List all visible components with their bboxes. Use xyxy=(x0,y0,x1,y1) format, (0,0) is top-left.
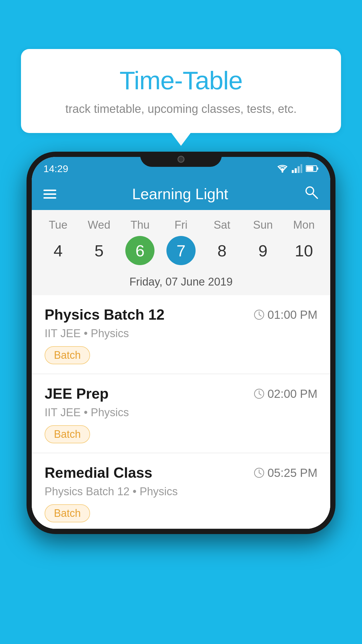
item-time: 05:25 PM xyxy=(254,466,317,480)
menu-icon[interactable] xyxy=(43,190,56,199)
day-number: 7 xyxy=(166,236,196,265)
svg-rect-7 xyxy=(306,166,313,171)
batch-tag: Batch xyxy=(45,504,90,522)
app-bar: Learning Light xyxy=(32,178,330,210)
svg-point-0 xyxy=(282,171,283,173)
batch-tag: Batch xyxy=(45,425,90,443)
calendar-day-sun[interactable]: Sun9 xyxy=(244,219,282,265)
phone-screen: 14:29 xyxy=(32,157,330,529)
day-number: 4 xyxy=(43,236,73,265)
day-name: Sat xyxy=(214,219,230,231)
item-time: 02:00 PM xyxy=(254,387,317,400)
day-name: Mon xyxy=(293,219,315,231)
day-number: 6 xyxy=(125,236,154,265)
signal-icon xyxy=(292,164,302,173)
day-number: 10 xyxy=(289,236,319,265)
svg-line-9 xyxy=(313,194,317,198)
clock-icon xyxy=(254,309,265,320)
item-header: Remedial Class 05:25 PM xyxy=(45,464,317,481)
day-name: Tue xyxy=(49,219,67,231)
schedule-item[interactable]: Physics Batch 12 01:00 PM IIT JEE • Phys… xyxy=(32,295,330,374)
time-text: 02:00 PM xyxy=(268,387,317,400)
calendar-day-mon[interactable]: Mon10 xyxy=(285,219,323,265)
item-header: JEE Prep 02:00 PM xyxy=(45,385,317,402)
schedule-list: Physics Batch 12 01:00 PM IIT JEE • Phys… xyxy=(32,295,330,529)
day-name: Sun xyxy=(253,219,273,231)
status-icons xyxy=(277,164,319,173)
calendar-day-sat[interactable]: Sat8 xyxy=(203,219,241,265)
svg-rect-2 xyxy=(295,168,297,173)
phone-notch xyxy=(140,152,222,167)
item-title: JEE Prep xyxy=(45,385,109,402)
day-name: Thu xyxy=(131,219,150,231)
calendar-section: Tue4Wed5Thu6Fri7Sat8Sun9Mon10 Friday, 07… xyxy=(32,210,330,295)
svg-line-15 xyxy=(259,394,261,395)
calendar-day-tue[interactable]: Tue4 xyxy=(39,219,77,265)
svg-rect-3 xyxy=(298,166,300,173)
clock-icon xyxy=(254,388,265,399)
day-number: 8 xyxy=(208,236,237,265)
batch-tag: Batch xyxy=(45,346,90,364)
day-number: 9 xyxy=(248,236,277,265)
calendar-day-wed[interactable]: Wed5 xyxy=(80,219,118,265)
time-text: 05:25 PM xyxy=(268,466,317,480)
svg-rect-1 xyxy=(292,170,294,173)
selected-date-label: Friday, 07 June 2019 xyxy=(32,270,330,295)
svg-rect-6 xyxy=(317,167,318,170)
time-text: 01:00 PM xyxy=(268,308,317,321)
clock-icon xyxy=(254,467,265,478)
calendar-day-fri[interactable]: Fri7 xyxy=(162,219,200,265)
schedule-item[interactable]: JEE Prep 02:00 PM IIT JEE • Physics Batc… xyxy=(32,374,330,453)
item-subtitle: IIT JEE • Physics xyxy=(45,406,317,419)
bubble-subtitle: track timetable, upcoming classes, tests… xyxy=(36,101,326,117)
svg-line-12 xyxy=(259,315,261,316)
schedule-item[interactable]: Remedial Class 05:25 PM Physics Batch 12… xyxy=(32,453,330,529)
svg-rect-4 xyxy=(301,164,302,173)
camera-dot xyxy=(178,156,184,163)
days-row: Tue4Wed5Thu6Fri7Sat8Sun9Mon10 xyxy=(32,219,330,265)
battery-icon xyxy=(306,165,319,172)
speech-bubble: Time-Table track timetable, upcoming cla… xyxy=(21,49,341,133)
item-title: Remedial Class xyxy=(45,464,152,481)
item-time: 01:00 PM xyxy=(254,308,317,321)
phone-mockup: 14:29 xyxy=(27,152,335,534)
day-name: Wed xyxy=(88,219,110,231)
item-subtitle: Physics Batch 12 • Physics xyxy=(45,485,317,498)
svg-line-18 xyxy=(259,473,261,474)
item-title: Physics Batch 12 xyxy=(45,306,164,323)
bubble-title: Time-Table xyxy=(36,66,326,95)
wifi-icon xyxy=(277,164,288,173)
item-header: Physics Batch 12 01:00 PM xyxy=(45,306,317,323)
app-title: Learning Light xyxy=(65,185,295,203)
item-subtitle: IIT JEE • Physics xyxy=(45,327,317,340)
day-name: Fri xyxy=(175,219,187,231)
day-number: 5 xyxy=(85,236,114,265)
search-icon[interactable] xyxy=(304,185,319,203)
status-time: 14:29 xyxy=(43,163,68,174)
calendar-day-thu[interactable]: Thu6 xyxy=(121,219,159,265)
phone-frame: 14:29 xyxy=(27,152,335,534)
